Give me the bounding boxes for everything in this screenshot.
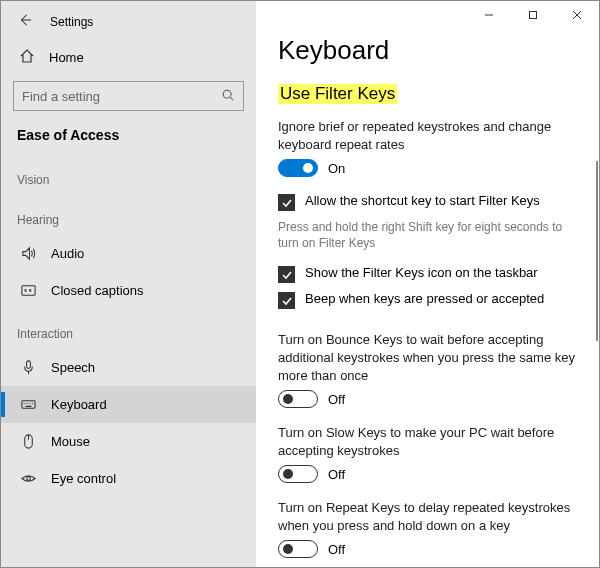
repeat-desc: Turn on Repeat Keys to delay repeated ke… <box>278 499 577 534</box>
home-label: Home <box>49 50 84 65</box>
group-hearing: Hearing <box>1 195 256 235</box>
shortcut-check-label: Allow the shortcut key to start Filter K… <box>305 193 540 208</box>
beep-checkbox[interactable] <box>278 292 295 309</box>
taskbar-checkbox[interactable] <box>278 266 295 283</box>
bounce-toggle-label: Off <box>328 392 345 407</box>
filter-keys-desc: Ignore brief or repeated keystrokes and … <box>278 118 577 153</box>
repeat-toggle-label: Off <box>328 542 345 557</box>
sidebar-item-closed-captions[interactable]: Closed captions <box>1 272 256 309</box>
group-interaction: Interaction <box>1 309 256 349</box>
search-input[interactable] <box>22 89 215 104</box>
shortcut-subtext: Press and hold the right Shift key for e… <box>278 219 577 251</box>
bounce-desc: Turn on Bounce Keys to wait before accep… <box>278 331 577 384</box>
repeat-toggle[interactable] <box>278 540 318 558</box>
sidebar: Settings Home Ease of Access Vision Hear… <box>1 1 256 567</box>
keyboard-icon <box>19 396 37 413</box>
slow-toggle[interactable] <box>278 465 318 483</box>
svg-point-0 <box>223 90 231 98</box>
app-title: Settings <box>50 15 93 29</box>
filter-keys-toggle-label: On <box>328 161 345 176</box>
slow-toggle-label: Off <box>328 467 345 482</box>
scrollbar[interactable] <box>596 161 598 341</box>
section-title: Use Filter Keys <box>278 84 397 104</box>
nav-label: Speech <box>51 360 95 375</box>
eye-icon <box>19 470 37 487</box>
filter-keys-toggle[interactable] <box>278 159 318 177</box>
audio-icon <box>19 245 37 262</box>
sidebar-item-eye-control[interactable]: Eye control <box>1 460 256 497</box>
sidebar-item-mouse[interactable]: Mouse <box>1 423 256 460</box>
slow-desc: Turn on Slow Keys to make your PC wait b… <box>278 424 577 459</box>
content-panel: Keyboard Use Filter Keys Ignore brief or… <box>256 1 599 567</box>
mouse-icon <box>19 433 37 450</box>
sidebar-item-speech[interactable]: Speech <box>1 349 256 386</box>
nav-label: Keyboard <box>51 397 107 412</box>
nav-label: Audio <box>51 246 84 261</box>
bounce-toggle[interactable] <box>278 390 318 408</box>
search-icon <box>221 88 235 105</box>
svg-rect-3 <box>21 401 34 409</box>
nav-label: Eye control <box>51 471 116 486</box>
maximize-button[interactable] <box>511 1 555 29</box>
sidebar-item-audio[interactable]: Audio <box>1 235 256 272</box>
svg-rect-6 <box>530 12 537 19</box>
svg-rect-2 <box>26 361 30 369</box>
search-input-container[interactable] <box>13 81 244 111</box>
group-vision: Vision <box>1 155 256 195</box>
beep-check-label: Beep when keys are pressed or accepted <box>305 291 544 306</box>
speech-icon <box>19 359 37 376</box>
sidebar-item-home[interactable]: Home <box>1 38 256 77</box>
nav-label: Mouse <box>51 434 90 449</box>
minimize-button[interactable] <box>467 1 511 29</box>
svg-rect-1 <box>21 286 34 295</box>
ease-of-access-label: Ease of Access <box>1 121 256 155</box>
back-icon[interactable] <box>18 13 32 30</box>
page-title: Keyboard <box>278 35 577 66</box>
taskbar-check-label: Show the Filter Keys icon on the taskbar <box>305 265 538 280</box>
cc-icon <box>19 282 37 299</box>
sidebar-item-keyboard[interactable]: Keyboard <box>1 386 256 423</box>
close-button[interactable] <box>555 1 599 29</box>
nav-label: Closed captions <box>51 283 144 298</box>
shortcut-checkbox[interactable] <box>278 194 295 211</box>
svg-point-5 <box>26 477 30 481</box>
home-icon <box>19 48 35 67</box>
